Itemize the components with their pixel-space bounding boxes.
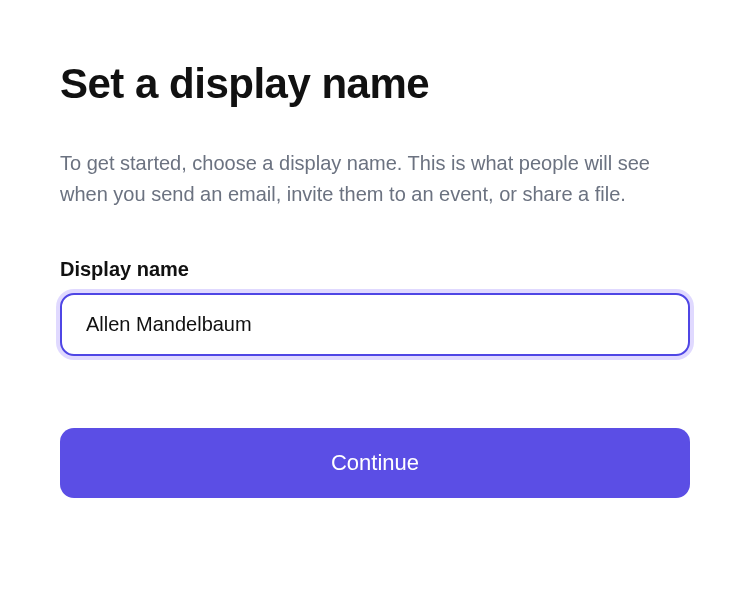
- page-description: To get started, choose a display name. T…: [60, 148, 690, 210]
- display-name-label: Display name: [60, 258, 690, 281]
- continue-button[interactable]: Continue: [60, 428, 690, 498]
- page-title: Set a display name: [60, 60, 690, 108]
- display-name-input[interactable]: [60, 293, 690, 356]
- display-name-field-wrapper: [60, 293, 690, 356]
